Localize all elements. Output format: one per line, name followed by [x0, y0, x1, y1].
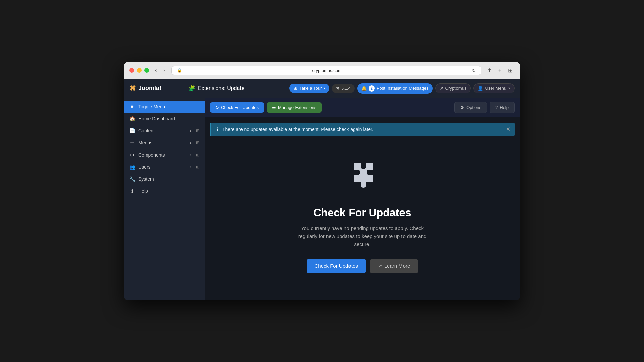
system-icon: 🔧 [129, 176, 135, 182]
sidebar-item-components[interactable]: ⚙ Components › ⊞ [124, 149, 205, 161]
bell-icon: 🔔 [361, 86, 367, 91]
joomla-icon: ✖ [336, 86, 339, 91]
app-container: ✖ Joomla! 🧩 Extensions: Update ⊞ Take a … [124, 79, 520, 300]
share-button[interactable]: ⬆ [485, 67, 494, 74]
sidebar-label-home: Home Dashboard [138, 116, 175, 121]
browser-navigation: ‹ › [153, 67, 167, 74]
components-grid-icon: ⊞ [196, 153, 199, 157]
content-icon: 📄 [129, 128, 135, 133]
content-area: ↻ Check For Updates ☰ Manage Extensions … [205, 98, 520, 300]
sidebar-item-menus[interactable]: ☰ Menus › ⊞ [124, 137, 205, 149]
main-body: 👁 Toggle Menu 🏠 Home Dashboard 📄 Content… [124, 98, 520, 300]
url-text: cryptomus.com [185, 68, 469, 73]
sidebar: 👁 Toggle Menu 🏠 Home Dashboard 📄 Content… [124, 98, 205, 300]
cryptomus-label: Cryptomus [445, 86, 467, 91]
tabs-button[interactable]: ⊞ [506, 67, 515, 74]
content-grid-icon: ⊞ [196, 128, 199, 133]
reload-icon: ↻ [472, 68, 476, 73]
sidebar-item-system[interactable]: 🔧 System [124, 173, 205, 185]
refresh-icon: ↻ [215, 105, 219, 110]
post-install-button[interactable]: 🔔 2 Post Installation Messages [357, 83, 433, 94]
users-grid-icon: ⊞ [196, 165, 199, 169]
check-updates-toolbar-button[interactable]: ↻ Check For Updates [210, 102, 264, 113]
users-chevron-icon: › [190, 165, 191, 169]
menus-icon: ☰ [129, 140, 135, 145]
toggle-menu-icon: 👁 [129, 104, 135, 109]
extensions-icon: 🧩 [189, 85, 195, 92]
version-text: 5.1.4 [341, 86, 351, 91]
user-menu-button[interactable]: 👤 User Menu ▾ [473, 83, 515, 93]
sidebar-item-toggle[interactable]: 👁 Toggle Menu [124, 101, 205, 113]
help-sidebar-icon: ℹ [129, 188, 135, 194]
external-link-icon: ↗ [440, 86, 443, 91]
sidebar-item-content[interactable]: 📄 Content › ⊞ [124, 125, 205, 137]
back-button[interactable]: ‹ [153, 67, 159, 74]
sidebar-item-home-dashboard[interactable]: 🏠 Home Dashboard [124, 113, 205, 125]
content-chevron-icon: › [190, 129, 191, 133]
toggle-menu-label: Toggle Menu [138, 104, 165, 109]
help-label: Help [500, 105, 509, 110]
sidebar-label-menus: Menus [138, 140, 152, 145]
check-updates-toolbar-label: Check For Updates [221, 105, 259, 110]
sidebar-label-content: Content [138, 128, 155, 133]
options-button[interactable]: ⚙ Options [454, 102, 487, 113]
maximize-traffic-light[interactable] [144, 68, 149, 73]
menus-chevron-icon: › [190, 141, 191, 145]
cryptomus-button[interactable]: ↗ Cryptomus [435, 83, 471, 93]
alert-close-button[interactable]: ✕ [506, 127, 511, 132]
home-icon: 🏠 [129, 116, 135, 121]
action-buttons: Check For Updates ↗ Learn More [307, 259, 418, 273]
browser-window: ‹ › 🔒 cryptomus.com ↻ ⬆ + ⊞ ✖ Joomla! 🧩 … [124, 62, 520, 300]
help-button[interactable]: ? Help [490, 102, 515, 113]
check-updates-main-button[interactable]: Check For Updates [307, 259, 366, 273]
components-icon: ⚙ [129, 152, 135, 158]
learn-more-button[interactable]: ↗ Learn More [370, 259, 418, 273]
minimize-traffic-light[interactable] [137, 68, 142, 73]
joomla-logo-text: Joomla! [138, 85, 161, 92]
alert-message: There are no updates available at the mo… [222, 127, 373, 132]
tour-chevron-icon: ▾ [324, 86, 325, 90]
forward-button[interactable]: › [161, 67, 167, 74]
options-label: Options [466, 105, 481, 110]
new-tab-button[interactable]: + [496, 67, 503, 74]
check-updates-main-label: Check For Updates [315, 263, 358, 269]
sidebar-item-users[interactable]: 👥 Users › ⊞ [124, 161, 205, 173]
traffic-lights [129, 68, 149, 73]
notification-badge: 2 [369, 85, 375, 92]
user-icon: 👤 [478, 86, 483, 91]
page-title-text: Extensions: Update [198, 85, 245, 92]
info-icon: ℹ [217, 127, 218, 132]
alert-banner: ℹ There are no updates available at the … [210, 123, 515, 136]
menus-grid-icon: ⊞ [196, 140, 199, 145]
nav-actions: ⊞ Take a Tour ▾ ✖ 5.1.4 🔔 2 Post Install… [289, 83, 515, 94]
sidebar-label-users: Users [138, 164, 151, 170]
learn-more-icon: ↗ [378, 263, 382, 269]
joomla-logo: ✖ Joomla! [129, 84, 183, 93]
browser-action-buttons: ⬆ + ⊞ [485, 67, 515, 74]
browser-chrome: ‹ › 🔒 cryptomus.com ↻ ⬆ + ⊞ [124, 62, 520, 79]
sidebar-item-help[interactable]: ℹ Help [124, 185, 205, 197]
manage-extensions-button[interactable]: ☰ Manage Extensions [267, 102, 322, 113]
puzzle-icon [342, 156, 382, 196]
gear-icon: ⚙ [460, 105, 464, 110]
sidebar-label-components: Components [138, 152, 165, 158]
toolbar: ↻ Check For Updates ☰ Manage Extensions … [205, 98, 520, 117]
sidebar-label-system: System [138, 176, 154, 182]
close-traffic-light[interactable] [129, 68, 134, 73]
take-tour-label: Take a Tour [299, 86, 322, 91]
main-subtext: You currently have no pending updates to… [292, 224, 433, 248]
version-badge: ✖ 5.1.4 [332, 84, 355, 93]
top-nav: ✖ Joomla! 🧩 Extensions: Update ⊞ Take a … [124, 79, 520, 98]
main-content: Check For Updates You currently have no … [205, 136, 520, 287]
list-icon: ☰ [272, 105, 276, 110]
page-title: 🧩 Extensions: Update [189, 85, 284, 92]
security-icon: 🔒 [177, 68, 182, 73]
question-icon: ? [495, 105, 498, 110]
address-bar[interactable]: 🔒 cryptomus.com ↻ [171, 66, 481, 75]
sidebar-label-help: Help [138, 188, 148, 194]
user-chevron-icon: ▾ [508, 86, 510, 90]
take-tour-button[interactable]: ⊞ Take a Tour ▾ [289, 84, 329, 93]
components-chevron-icon: › [190, 153, 191, 157]
learn-more-label: Learn More [384, 263, 410, 269]
tour-icon: ⊞ [293, 86, 297, 91]
